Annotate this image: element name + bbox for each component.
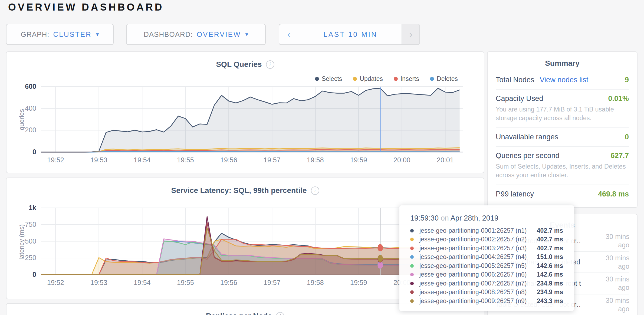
x-axis-tick-label: 19:54 <box>134 156 151 164</box>
replicas-header: Replicas per Node i <box>6 312 484 315</box>
x-axis-tick-label: 19:58 <box>307 279 324 286</box>
sql-queries-chart[interactable]: 19:5219:5319:5419:5519:5619:5719:5819:59… <box>6 52 484 173</box>
summary-title: Summary <box>496 59 629 68</box>
total-nodes-value: 9 <box>625 76 629 84</box>
y-axis-tick-label: 200 <box>25 126 36 134</box>
summary-unavailable-ranges: Unavailable ranges 0 <box>496 128 629 147</box>
crosshair-dot <box>377 244 383 251</box>
chart-hover-tooltip: 19:59:30 on Apr 28th, 2019 jesse-geo-par… <box>399 205 574 311</box>
summary-queries-per-second: Queries per second 627.7 Sum of Selects,… <box>496 147 629 185</box>
series-area-Selects <box>41 88 460 152</box>
summary-capacity-used: Capacity Used 0.01% You are using 177.7 … <box>496 90 629 128</box>
event-timestamp: 30 mins ago <box>600 275 629 292</box>
qps-value: 627.7 <box>610 152 629 160</box>
event-timestamp: 30 mins ago <box>600 232 629 250</box>
tooltip-header: 19:59:30 on Apr 28th, 2019 <box>410 214 563 222</box>
summary-total-nodes: Total Nodes View nodes list 9 <box>496 71 629 90</box>
series-dot-icon <box>410 273 414 276</box>
tooltip-node-row: jesse-geo-partitioning-0003:26257 (n3)40… <box>410 244 563 253</box>
y-axis-tick-label: 1k <box>29 204 36 211</box>
tooltip-node-row: jesse-geo-partitioning-0001:26257 (n1)40… <box>410 226 563 235</box>
chevron-down-icon: ▾ <box>96 31 99 38</box>
capacity-used-description: You are using 177.7 MiB of 3.1 TiB usabl… <box>496 105 629 123</box>
x-axis-tick-label: 19:59 <box>350 156 367 164</box>
x-axis-tick-label: 19:53 <box>90 156 107 164</box>
crosshair-dot <box>377 262 383 269</box>
tooltip-rows: jesse-geo-partitioning-0001:26257 (n1)40… <box>410 226 563 306</box>
time-range-value[interactable]: LAST 10 MIN <box>299 24 402 44</box>
tooltip-node-row: jesse-geo-partitioning-0002:26257 (n2)40… <box>410 235 563 244</box>
p99-latency-value: 469.8 ms <box>598 190 629 198</box>
tooltip-node-value: 402.7 ms <box>537 227 563 234</box>
series-dot-icon <box>410 282 414 285</box>
view-nodes-list-link[interactable]: View nodes list <box>540 76 589 84</box>
tooltip-node-name: jesse-geo-partitioning-0007:26257 (n7) <box>419 280 534 287</box>
tooltip-node-name: jesse-geo-partitioning-0004:26257 (n4) <box>419 253 534 261</box>
summary-p99-latency: P99 latency 469.8 ms <box>496 185 629 203</box>
tooltip-node-value: 142.6 ms <box>537 271 563 278</box>
y-axis-tick-label: 750 <box>25 221 36 228</box>
x-axis-tick-label: 19:57 <box>264 156 281 164</box>
tooltip-time: 19:59:30 <box>410 214 439 222</box>
y-axis-tick-label: 400 <box>25 104 36 112</box>
tooltip-node-name: jesse-geo-partitioning-0006:26257 (n6) <box>419 271 534 278</box>
unavailable-ranges-value: 0 <box>625 133 629 141</box>
tooltip-node-value: 402.7 ms <box>537 236 563 243</box>
tooltip-node-value: 402.7 ms <box>537 245 563 252</box>
qps-description: Sum of Selects, Updates, Inserts, and De… <box>496 162 629 180</box>
series-dot-icon <box>410 299 414 303</box>
x-axis-tick-label: 19:55 <box>177 279 194 286</box>
time-range-selector: ‹ LAST 10 MIN › <box>279 24 420 45</box>
dashboard-dropdown[interactable]: DASHBOARD: OVERVIEW ▾ <box>126 24 266 45</box>
series-dot-icon <box>410 255 414 259</box>
chevron-down-icon: ▾ <box>245 31 248 38</box>
series-dot-icon <box>410 229 414 232</box>
tooltip-node-value: 142.6 ms <box>537 262 563 270</box>
tooltip-node-name: jesse-geo-partitioning-0005:26257 (n5) <box>419 262 534 270</box>
tooltip-node-row: jesse-geo-partitioning-0009:26257 (n9)24… <box>410 297 563 306</box>
capacity-used-value: 0.01% <box>608 94 629 103</box>
tooltip-node-value: 234.9 ms <box>537 280 563 287</box>
sql-queries-panel: SQL Queries i SelectsUpdatesInsertsDelet… <box>6 51 484 173</box>
series-dot-icon <box>410 247 414 250</box>
tooltip-node-row: jesse-geo-partitioning-0005:26257 (n5)14… <box>410 261 563 270</box>
p99-latency-label: P99 latency <box>496 190 534 198</box>
y-axis-tick-label: 500 <box>25 237 36 245</box>
x-axis-tick-label: 19:54 <box>134 279 151 286</box>
time-range-prev-button[interactable]: ‹ <box>279 24 299 44</box>
capacity-used-label: Capacity Used <box>496 94 543 103</box>
chevron-right-icon: › <box>409 29 413 40</box>
tooltip-node-name: jesse-geo-partitioning-0008:26257 (n8) <box>419 288 534 296</box>
crosshair-dot <box>377 255 383 262</box>
qps-label: Queries per second <box>496 152 560 160</box>
overview-dashboard-page: OVERVIEW DASHBOARD GRAPH: CLUSTER ▾ DASH… <box>0 0 644 315</box>
tooltip-node-name: jesse-geo-partitioning-0009:26257 (n9) <box>419 297 534 305</box>
unavailable-ranges-label: Unavailable ranges <box>496 133 558 141</box>
page-title: OVERVIEW DASHBOARD <box>8 2 164 13</box>
x-axis-tick-label: 20:01 <box>437 156 454 164</box>
tooltip-node-row: jesse-geo-partitioning-0007:26257 (n7)23… <box>410 279 563 288</box>
tooltip-node-value: 234.9 ms <box>537 288 563 296</box>
tooltip-node-value: 243.3 ms <box>537 297 563 305</box>
graph-dropdown[interactable]: GRAPH: CLUSTER ▾ <box>6 24 114 45</box>
dashboard-dropdown-value: OVERVIEW <box>197 30 241 39</box>
x-axis-tick-label: 19:57 <box>264 279 281 286</box>
tooltip-node-value: 151.0 ms <box>537 253 563 261</box>
tooltip-node-row: jesse-geo-partitioning-0006:26257 (n6)14… <box>410 270 563 279</box>
info-icon[interactable]: i <box>276 312 284 315</box>
time-range-next-button[interactable]: › <box>402 24 419 44</box>
x-axis-tick-label: 19:52 <box>47 156 64 164</box>
tooltip-node-name: jesse-geo-partitioning-0001:26257 (n1) <box>419 227 534 234</box>
replicas-title: Replicas per Node <box>206 312 272 315</box>
series-dot-icon <box>410 238 414 241</box>
x-axis-tick-label: 19:56 <box>220 279 237 286</box>
chevron-left-icon: ‹ <box>287 29 291 40</box>
x-axis-tick-label: 19:59 <box>350 279 367 286</box>
x-axis-tick-label: 19:56 <box>220 156 237 164</box>
graph-dropdown-value: CLUSTER <box>53 30 91 39</box>
dashboard-dropdown-label: DASHBOARD: <box>144 30 193 39</box>
series-dot-icon <box>410 290 414 294</box>
tooltip-date: Apr 28th, 2019 <box>451 214 498 222</box>
series-dot-icon <box>410 264 414 268</box>
tooltip-node-name: jesse-geo-partitioning-0002:26257 (n2) <box>419 236 534 243</box>
